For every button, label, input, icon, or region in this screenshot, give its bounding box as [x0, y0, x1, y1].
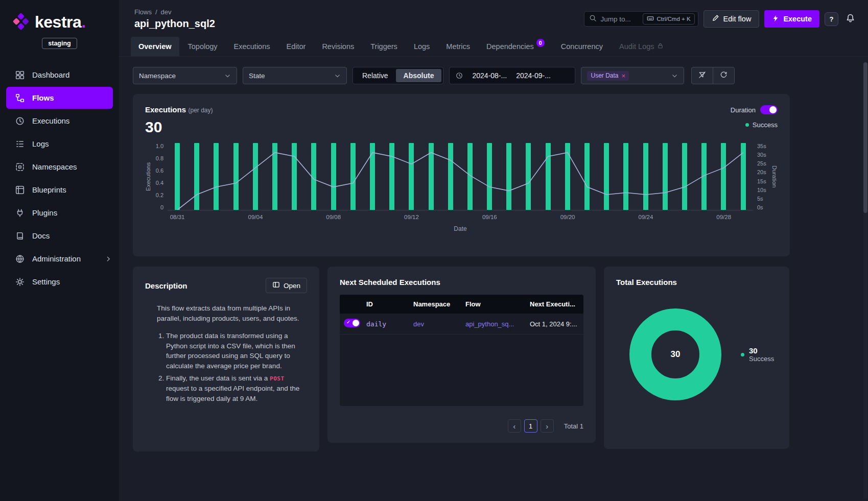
user-data-filter[interactable]: User Data × — [581, 67, 684, 84]
execution-bar[interactable] — [389, 143, 394, 210]
execution-bar[interactable] — [311, 143, 316, 210]
execution-bar[interactable] — [506, 143, 511, 210]
tab-audit-logs[interactable]: Audit Logs — [612, 37, 671, 56]
execution-bar[interactable] — [292, 143, 297, 210]
chart-plot-area[interactable] — [168, 143, 753, 210]
execution-bar[interactable] — [623, 143, 628, 210]
execution-bar[interactable] — [663, 143, 668, 210]
success-legend[interactable]: Success — [745, 121, 778, 129]
refresh-button[interactable] — [713, 67, 735, 84]
donut-center-value: 30 — [671, 349, 681, 360]
execution-bar[interactable] — [233, 143, 239, 210]
state-filter[interactable]: State — [243, 67, 347, 84]
execution-bar[interactable] — [682, 143, 687, 210]
absolute-button[interactable]: Absolute — [396, 69, 442, 82]
sidebar-item-logs[interactable]: Logs — [0, 132, 119, 155]
sidebar-item-label: Executions — [32, 116, 69, 125]
sidebar-item-flows[interactable]: Flows — [6, 87, 113, 109]
remove-chip-icon[interactable]: × — [622, 72, 626, 80]
execution-bar[interactable] — [643, 143, 648, 210]
tab-dependencies[interactable]: Dependencies0 — [479, 37, 552, 56]
settings-icon — [15, 277, 25, 287]
scrollbar[interactable] — [863, 62, 867, 499]
execution-bar[interactable] — [272, 143, 277, 210]
date-start[interactable]: 2024-08-... — [472, 71, 507, 80]
sidebar-item-namespaces[interactable]: Namespaces — [0, 155, 119, 178]
sidebar-item-plugins[interactable]: Plugins — [0, 201, 119, 224]
pagination-total: Total 1 — [564, 422, 583, 430]
help-button[interactable]: ? — [825, 12, 838, 26]
sidebar-item-docs[interactable]: Docs — [0, 224, 119, 247]
execution-bar[interactable] — [604, 143, 609, 210]
notifications-button[interactable] — [843, 12, 857, 26]
top-bar: Flows / dev api_python_sql2 Jump to... C… — [119, 0, 868, 34]
edit-flow-button[interactable]: Edit flow — [703, 10, 760, 28]
sidebar-nav: Dashboard Flows Executions Logs Namespac… — [0, 63, 119, 293]
execution-bar[interactable] — [721, 143, 726, 210]
tab-revisions[interactable]: Revisions — [314, 37, 362, 56]
y-axis-right-title: Duration — [771, 143, 778, 210]
execution-bar[interactable] — [214, 143, 219, 210]
execution-bar[interactable] — [175, 143, 180, 210]
donut-legend[interactable]: 30 Success — [741, 346, 774, 363]
sidebar-item-executions[interactable]: Executions — [0, 109, 119, 132]
execution-bar[interactable] — [253, 143, 258, 210]
execution-bar[interactable] — [194, 143, 199, 210]
scheduled-card-title: Next Scheduled Executions — [340, 278, 583, 287]
scrollbar-thumb[interactable] — [863, 62, 867, 213]
lock-icon — [657, 42, 664, 51]
success-legend-dot — [741, 353, 744, 356]
relative-button[interactable]: Relative — [355, 69, 396, 82]
execution-bar[interactable] — [741, 143, 746, 210]
breadcrumb-namespace[interactable]: dev — [161, 8, 172, 16]
next-page-button[interactable]: › — [541, 419, 554, 433]
tab-metrics[interactable]: Metrics — [438, 37, 478, 56]
execution-bar[interactable] — [565, 143, 570, 210]
tab-topology[interactable]: Topology — [180, 37, 225, 56]
execution-bar[interactable] — [350, 143, 356, 210]
execution-bar[interactable] — [448, 143, 453, 210]
execution-bar[interactable] — [409, 143, 414, 210]
sidebar-item-administration[interactable]: Administration — [0, 247, 119, 270]
executions-chart: Executions 1.00.80.60.40.20 08/3109/0409… — [145, 143, 778, 232]
execute-button[interactable]: Execute — [764, 10, 819, 28]
execution-bar[interactable] — [701, 143, 707, 210]
breadcrumb-flows[interactable]: Flows — [134, 8, 152, 16]
execution-bar[interactable] — [526, 143, 531, 210]
sidebar-item-dashboard[interactable]: Dashboard — [0, 63, 119, 86]
executions-total: 30 — [145, 118, 213, 136]
jump-to-search[interactable]: Jump to... Ctrl/Cmd + K — [584, 11, 698, 27]
execution-bar[interactable] — [584, 143, 590, 210]
execution-bar[interactable] — [487, 143, 492, 210]
current-page[interactable]: 1 — [524, 419, 537, 433]
donut-legend-label: Success — [749, 355, 774, 363]
prev-page-button[interactable]: ‹ — [508, 419, 521, 433]
tab-concurrency[interactable]: Concurrency — [553, 37, 611, 56]
duration-toggle[interactable] — [760, 105, 778, 114]
clear-filters-button[interactable] — [691, 67, 713, 84]
sidebar-item-settings[interactable]: Settings — [0, 270, 119, 293]
flow-link[interactable]: api_python_sq... — [461, 315, 526, 333]
execution-bar[interactable] — [370, 143, 375, 210]
execution-bar[interactable] — [429, 143, 434, 210]
execution-bar[interactable] — [467, 143, 473, 210]
sidebar-item-label: Namespaces — [32, 162, 77, 171]
kestra-logo[interactable]: kestra. — [0, 0, 119, 32]
date-end[interactable]: 2024-09-... — [516, 71, 551, 80]
total-executions-donut[interactable]: 30 — [629, 308, 721, 400]
tab-triggers[interactable]: Triggers — [363, 37, 405, 56]
namespace-filter[interactable]: Namespace — [133, 67, 237, 84]
table-header-row: ID Namespace Flow Next Executi... — [340, 295, 583, 314]
open-description-button[interactable]: Open — [266, 278, 307, 293]
sidebar-item-blueprints[interactable]: Blueprints — [0, 178, 119, 201]
tab-overview[interactable]: Overview — [131, 37, 179, 56]
tab-executions[interactable]: Executions — [226, 37, 278, 56]
tab-logs[interactable]: Logs — [406, 37, 437, 56]
execution-bar[interactable] — [546, 143, 551, 210]
namespace-link[interactable]: dev — [409, 315, 461, 333]
tab-editor[interactable]: Editor — [278, 37, 313, 56]
date-range-picker[interactable]: 2024-08-... 2024-09-... — [449, 67, 575, 84]
table-row[interactable]: daily dev api_python_sq... Oct 1, 2024 9… — [340, 314, 583, 335]
execution-bar[interactable] — [331, 143, 336, 210]
trigger-enabled-toggle[interactable] — [344, 319, 360, 327]
